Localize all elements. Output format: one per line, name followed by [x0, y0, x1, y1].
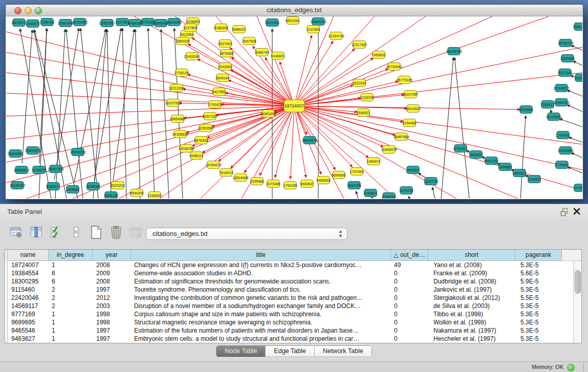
network-edge[interactable] [74, 29, 106, 183]
table-panel-title: Table Panel [7, 208, 42, 215]
unselect-all-columns-icon[interactable] [69, 225, 83, 240]
table-cell: 0 [391, 326, 428, 335]
network-edge[interactable] [228, 80, 288, 103]
table-cell: 5.3E-5 [515, 335, 562, 343]
column-header-in_degree[interactable]: in_degree [49, 250, 93, 261]
network-edge[interactable] [300, 16, 492, 103]
network-edge[interactable] [119, 109, 289, 199]
network-edge[interactable] [22, 30, 32, 163]
table-cell: Structural magnetic resonance image aver… [131, 318, 391, 326]
network-node-label: 18957584 [393, 135, 409, 139]
scrollbar-thumb[interactable] [575, 270, 581, 294]
network-canvas[interactable]: 8813074240357231557432069140615724082109… [6, 16, 582, 199]
network-edge[interactable] [135, 29, 140, 199]
network-edge[interactable] [161, 29, 169, 199]
table-settings-icon[interactable] [9, 225, 24, 240]
network-edge[interactable] [54, 28, 79, 180]
table-cell: 2003 [93, 302, 131, 310]
table-row[interactable]: 1830029562008Estimation of significance … [5, 277, 573, 286]
table-row[interactable]: 969969511998Structural magnetic resonanc… [5, 318, 573, 326]
column-header-year[interactable]: year [93, 250, 131, 261]
table-row[interactable]: 911546021997Tourette syndrome. Phenomeno… [5, 286, 573, 294]
network-edge[interactable] [571, 46, 582, 50]
delete-table-icon[interactable] [129, 225, 143, 240]
vertical-scrollbar[interactable] [573, 261, 581, 343]
float-panel-icon[interactable] [560, 207, 570, 216]
delete-icon[interactable] [109, 225, 123, 240]
table-row[interactable]: 2242004622012Investigating the contribut… [5, 294, 573, 302]
column-header-name[interactable]: name [8, 250, 49, 261]
network-edge[interactable] [219, 110, 289, 161]
tab-node-table[interactable]: Node Table [216, 346, 266, 357]
network-graph[interactable]: 8813074240357231557432069140615724082109… [6, 16, 582, 199]
network-node-label: 25260650 [7, 152, 23, 156]
network-edge[interactable] [567, 90, 582, 96]
network-edge[interactable] [301, 95, 404, 105]
network-edge[interactable] [408, 196, 409, 199]
network-edge[interactable] [550, 110, 551, 111]
table-selector-dropdown[interactable]: citations_edges.txt ▲▼ [146, 228, 347, 240]
network-edge[interactable] [6, 107, 288, 183]
table-row[interactable]: 1872400712008Changes of HCN gene express… [5, 261, 573, 269]
network-node-label: 8454749 [255, 51, 269, 54]
table-cell: 1997 [93, 326, 131, 335]
network-edge[interactable] [39, 28, 47, 163]
table-cell: 19384554 [8, 269, 49, 277]
network-node-label: 1904683 [498, 165, 512, 169]
network-edge[interactable] [432, 187, 435, 199]
network-edge[interactable] [567, 105, 582, 112]
table-cell: 2009 [93, 269, 131, 277]
network-edge[interactable] [175, 28, 183, 199]
table-cell: 1 [49, 261, 93, 269]
table-row[interactable]: 946362711997Embryonic stem cells: a mode… [5, 335, 573, 343]
column-visibility-icon[interactable] [29, 225, 43, 240]
network-node-label: 4998222 [189, 154, 203, 158]
tab-network-table[interactable]: Network Table [315, 346, 372, 357]
column-header-short[interactable]: short [428, 250, 515, 261]
network-node-label: 5465021 [232, 28, 246, 31]
network-edge[interactable] [148, 28, 155, 199]
table-row[interactable]: 946554611997Estimation of the future num… [5, 326, 573, 335]
window-titlebar[interactable]: citations_edges.txt [6, 5, 583, 16]
new-table-icon[interactable] [89, 225, 103, 240]
network-edge[interactable] [568, 167, 582, 173]
network-edge[interactable] [122, 28, 126, 199]
network-edge[interactable] [107, 29, 111, 199]
tab-edge-table[interactable]: Edge Table [266, 346, 314, 357]
column-header-title[interactable]: title [131, 250, 391, 261]
network-node-label: 8505371 [46, 185, 60, 188]
network-node-label: 18724007 [285, 103, 304, 108]
network-edge[interactable] [418, 173, 425, 178]
network-node-label: 1011654 [307, 28, 320, 31]
network-edge[interactable] [55, 29, 65, 199]
table-row[interactable]: 1456911722003Disruption of a novel membe… [5, 302, 573, 310]
network-edge[interactable] [134, 16, 289, 103]
table-cell: 0 [391, 269, 428, 277]
table-cell: 1998 [93, 310, 131, 318]
table-row[interactable]: 977716911998Corpus callosum shape and si… [5, 310, 573, 318]
network-edge[interactable] [291, 113, 294, 179]
network-node-label: 1904662 [66, 188, 79, 191]
network-edge[interactable] [301, 47, 582, 104]
network-edge[interactable] [301, 81, 399, 104]
network-edge[interactable] [569, 137, 582, 142]
network-edge[interactable] [559, 119, 582, 127]
column-header-out_de[interactable]: △ out_de… [391, 250, 428, 261]
table-selector-value: citations_edges.txt [153, 230, 208, 237]
network-edge[interactable] [301, 107, 403, 122]
table-cell: 18300295 [8, 277, 49, 286]
close-panel-icon[interactable] [573, 207, 582, 216]
network-node-label: 9461202 [484, 159, 498, 163]
network-edge[interactable] [573, 61, 582, 65]
column-header-pagerank[interactable]: pagerank [515, 250, 562, 261]
table-row[interactable]: 1938455462009Genome-wide association stu… [5, 269, 573, 277]
network-node-label: 12444154 [553, 101, 569, 104]
network-edge[interactable] [356, 191, 358, 199]
network-view-window[interactable]: citations_edges.txt 88130742403572315574… [5, 4, 583, 200]
network-node-label: 9245042 [382, 195, 396, 199]
network-edge[interactable] [441, 57, 453, 199]
table-cell: Dudbridge et al. (2008) [428, 277, 515, 286]
select-all-columns-icon[interactable] [49, 225, 63, 240]
network-edge[interactable] [571, 153, 582, 158]
network-edge[interactable] [300, 110, 368, 158]
